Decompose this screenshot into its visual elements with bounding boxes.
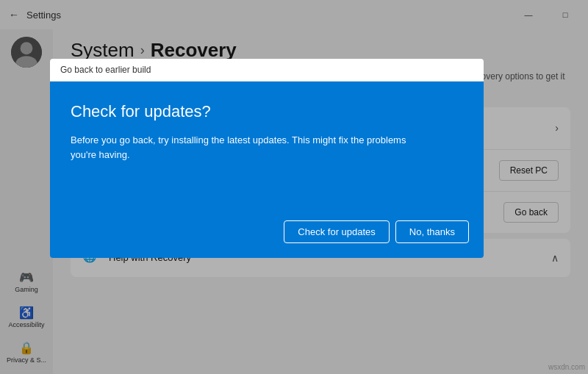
watermark: wsxdn.com <box>548 363 585 371</box>
dialog-container: Go back to earlier build Check for updat… <box>50 59 484 258</box>
dialog-header-title: Go back to earlier build <box>60 65 151 75</box>
no-thanks-button[interactable]: No, thanks <box>395 220 469 243</box>
dialog-title: Check for updates? <box>71 102 463 121</box>
dialog-body: Check for updates? Before you go back, t… <box>50 82 484 258</box>
dialog-header-bar: Go back to earlier build <box>50 59 484 82</box>
settings-window: ← Settings — □ 🎮 Gaming <box>0 0 588 374</box>
dialog-actions: Check for updates No, thanks <box>284 220 469 243</box>
check-for-updates-button[interactable]: Check for updates <box>284 220 390 243</box>
dialog-description: Before you go back, try installing the l… <box>71 133 409 162</box>
